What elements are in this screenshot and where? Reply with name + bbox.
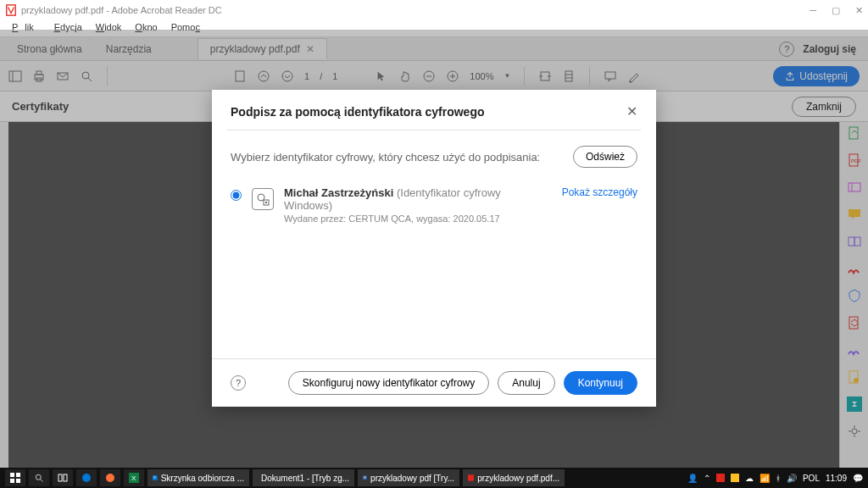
svg-rect-39 xyxy=(10,479,14,483)
svg-rect-37 xyxy=(10,473,14,477)
svg-point-45 xyxy=(82,474,91,482)
dialog-close-icon[interactable]: ✕ xyxy=(626,103,637,119)
tray-network-icon[interactable]: 📶 xyxy=(760,474,770,483)
system-tray[interactable]: 👤 ⌃ ☁ 📶 ᚼ 🔊 POL 11:09 💬 xyxy=(687,474,863,483)
minimize-button[interactable]: ─ xyxy=(810,5,816,16)
tray-app2-icon[interactable] xyxy=(731,474,739,482)
svg-rect-36 xyxy=(265,202,267,203)
configure-button[interactable]: Skonfiguruj nowy identyfikator cyfrowy xyxy=(288,371,489,395)
taskbar-acrobat[interactable]: przykladowy pdf.pdf... xyxy=(463,469,565,486)
tray-people-icon[interactable]: 👤 xyxy=(687,474,698,483)
window-title: przykladowy pdf.pdf - Adobe Acrobat Read… xyxy=(21,5,810,15)
svg-rect-56 xyxy=(716,474,725,482)
close-button[interactable]: ✕ xyxy=(855,5,863,16)
tray-notifications-icon[interactable]: 💬 xyxy=(853,474,863,483)
app-icon xyxy=(5,4,17,16)
svg-text:O: O xyxy=(153,476,156,480)
continue-button[interactable]: Kontynuuj xyxy=(564,371,637,395)
taskbar-word1[interactable]: WDokument1 - [Tryb zg... xyxy=(253,469,354,486)
digital-id-row[interactable]: Michał Zastrzeżyński (Identyfikator cyfr… xyxy=(231,186,637,224)
svg-text:X: X xyxy=(131,474,136,482)
digital-id-radio[interactable] xyxy=(231,190,242,201)
svg-rect-40 xyxy=(16,479,20,483)
svg-rect-38 xyxy=(16,473,20,477)
dialog-title: Podpisz za pomocą identyfikatora cyfrowe… xyxy=(231,105,626,119)
svg-rect-55 xyxy=(468,474,474,480)
taskbar-outlook[interactable]: OSkrzynka odbiorcza ... xyxy=(147,469,249,486)
window-titlebar: przykladowy pdf.pdf - Adobe Acrobat Read… xyxy=(0,0,868,20)
taskview-button[interactable] xyxy=(53,469,73,486)
windows-taskbar: X OSkrzynka odbiorcza ... WDokument1 - [… xyxy=(0,468,868,488)
tray-time[interactable]: 11:09 xyxy=(826,474,847,483)
tray-volume-icon[interactable]: 🔊 xyxy=(787,474,797,483)
firefox-icon[interactable] xyxy=(100,469,120,486)
cancel-button[interactable]: Anuluj xyxy=(498,371,554,395)
tray-app1-icon[interactable] xyxy=(716,474,725,482)
svg-line-42 xyxy=(41,480,43,482)
maximize-button[interactable]: ▢ xyxy=(832,5,840,16)
tray-onedrive-icon[interactable]: ☁ xyxy=(745,474,754,483)
certificate-icon xyxy=(252,188,274,210)
tray-up-icon[interactable]: ⌃ xyxy=(704,474,710,483)
taskbar-word2[interactable]: Wprzykladowy pdf [Try... xyxy=(358,469,459,486)
svg-rect-44 xyxy=(64,474,67,481)
dialog-instruction: Wybierz identyfikator cyfrowy, który chc… xyxy=(231,151,573,164)
show-details-link[interactable]: Pokaż szczegóły xyxy=(562,186,637,198)
refresh-button[interactable]: Odśwież xyxy=(573,146,637,168)
excel-icon[interactable]: X xyxy=(124,469,144,486)
search-button[interactable] xyxy=(29,469,49,486)
tray-language[interactable]: POL xyxy=(803,474,820,483)
sign-dialog: Podpisz za pomocą identyfikatora cyfrowe… xyxy=(212,90,656,407)
id-name: Michał Zastrzeżyński (Identyfikator cyfr… xyxy=(284,186,552,212)
svg-rect-43 xyxy=(58,474,62,481)
svg-point-41 xyxy=(36,474,41,480)
id-issuer: Wydane przez: CERTUM QCA, wygasa: 2020.0… xyxy=(284,214,552,224)
svg-point-46 xyxy=(106,474,114,482)
tray-bluetooth-icon[interactable]: ᚼ xyxy=(776,474,781,483)
start-button[interactable] xyxy=(5,469,25,486)
help-icon[interactable]: ? xyxy=(231,375,246,391)
svg-rect-57 xyxy=(731,474,739,482)
edge-icon[interactable] xyxy=(76,469,97,486)
